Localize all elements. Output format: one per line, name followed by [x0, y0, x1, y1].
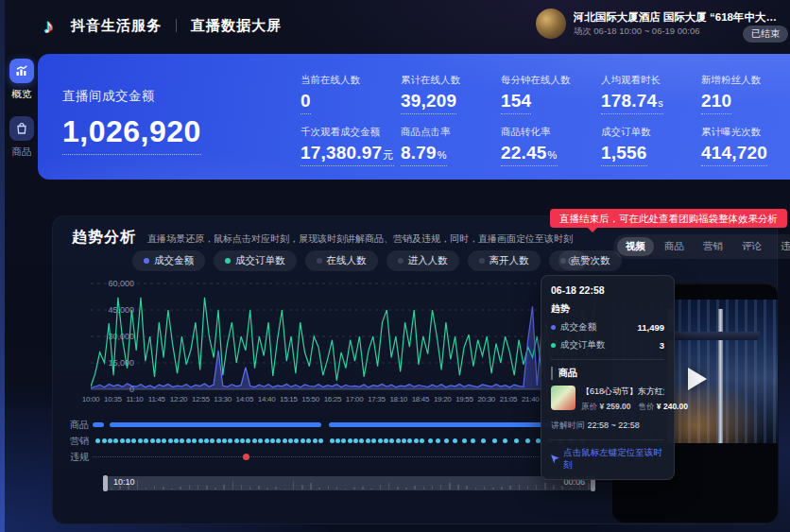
x-tick-label: 21:40: [522, 395, 540, 403]
tooltip-metric-value: 3: [660, 340, 664, 351]
hist-bar: [301, 485, 303, 490]
tab-评论[interactable]: 评论: [733, 237, 770, 256]
stat-cell: 新增粉丝人数210: [701, 74, 790, 126]
legend-dot: [398, 258, 404, 264]
event-dot: [210, 438, 215, 443]
hist-bar: [111, 489, 112, 489]
hist-bar: [405, 488, 407, 489]
hist-bar: [189, 485, 191, 489]
legend-pill-成交金额[interactable]: 成交金额: [132, 250, 205, 271]
x-tick-label: 21:05: [500, 395, 518, 403]
time-brush[interactable]: 10:10 00:06: [105, 476, 593, 490]
legend-pill-在线人数[interactable]: 在线人数: [305, 250, 378, 271]
event-dot: [228, 438, 232, 443]
event-dot: [407, 438, 412, 443]
legend-pill-成交订单数[interactable]: 成交订单数: [214, 250, 297, 271]
product-segment: [93, 422, 104, 427]
hist-bar: [466, 486, 468, 489]
orig-price: ¥ 259.00: [599, 402, 630, 411]
x-tick-label: 15:15: [280, 395, 298, 403]
stat-cell: 累计在线人数39,209: [401, 74, 501, 126]
stat-label: 商品点击率: [401, 126, 501, 139]
event-dot: [216, 438, 221, 443]
event-dot: [301, 438, 305, 443]
hist-bar: [571, 488, 573, 489]
x-tick-label: 20:30: [477, 395, 495, 403]
media-tabs: 视频商品营销评论违规: [613, 234, 790, 259]
tooltip-metric-label: 成交订单数: [560, 339, 606, 352]
x-tick-label: 18:45: [412, 395, 430, 403]
event-track-违规: [93, 449, 594, 465]
brush-handle-left[interactable]: [103, 475, 108, 491]
event-track-营销: [93, 433, 594, 449]
x-tick-label: 10:00: [82, 395, 100, 403]
brush-start-label: 10:10: [113, 477, 135, 487]
x-tick-label: 11:10: [127, 395, 144, 403]
hist-bar: [215, 488, 216, 489]
hist-bar: [519, 485, 521, 489]
brush-histogram: [111, 477, 588, 489]
tab-视频[interactable]: 视频: [617, 237, 654, 256]
event-dot: [234, 438, 239, 443]
x-tick-label: 10:35: [104, 395, 122, 403]
x-tick-label: 17:35: [368, 395, 386, 403]
hist-bar: [536, 485, 538, 490]
event-dot: [126, 438, 130, 443]
legend-label: 离开人数: [489, 254, 529, 267]
legend-pill-离开人数[interactable]: 离开人数: [468, 250, 541, 271]
x-tick-label: 17:00: [346, 395, 364, 403]
x-tick-label: 19:55: [455, 395, 473, 403]
stat-cell: 每分钟在线人数154: [501, 74, 601, 126]
event-dot: [240, 438, 245, 443]
hist-bar: [449, 483, 451, 489]
product-segment: [329, 422, 567, 427]
hist-bar: [588, 483, 590, 489]
stat-cell: 商品点击率8.79%: [401, 126, 501, 178]
sidebar-item-商品[interactable]: 商品: [9, 116, 34, 159]
hist-bar: [509, 486, 511, 489]
x-tick-label: 15:50: [301, 395, 319, 403]
tab-营销[interactable]: 营销: [695, 237, 731, 256]
event-track-商品: [93, 417, 594, 433]
play-button[interactable]: [688, 368, 707, 390]
stat-label: 成交订单数: [601, 126, 701, 139]
product-thumbnail: [551, 386, 575, 410]
event-row-label: 违规: [57, 449, 89, 465]
product-title: 【618心动节】东方红海鲜自助工…: [581, 386, 664, 398]
legend-dot: [144, 258, 149, 264]
sidebar-item-概览[interactable]: 概览: [9, 59, 34, 101]
hist-bar: [414, 486, 416, 489]
event-dot: [492, 438, 497, 443]
event-dot: [348, 438, 352, 443]
violation-baseline: [93, 456, 594, 457]
tooltip-product: 【618心动节】东方红海鲜自助工… 原价 ¥ 259.00 售价 ¥ 240.0…: [551, 386, 664, 413]
stat-label: 累计在线人数: [401, 74, 501, 87]
legend-pill-进入人数[interactable]: 进入人数: [386, 250, 459, 271]
event-dot: [471, 438, 475, 443]
event-dot: [420, 438, 424, 443]
hist-bar: [198, 485, 199, 490]
hist-bar: [501, 487, 503, 489]
primary-metric-value: 1,026,920: [62, 114, 201, 155]
event-dot: [276, 438, 281, 443]
record-icon[interactable]: ◎: [558, 250, 587, 270]
event-dot: [318, 438, 323, 443]
stat-value: 8.79%: [401, 143, 447, 166]
hist-bar: [180, 487, 181, 489]
hist-bar: [336, 487, 338, 489]
stat-label: 千次观看成交金额: [301, 126, 401, 139]
dashboard: ♪♪♪ 抖音生活服务 直播数据大屏 河北国际大厦酒店 国际大厦 “618年中大……: [0, 0, 790, 532]
hist-bar: [370, 489, 372, 489]
event-dot: [462, 438, 467, 443]
event-dot: [384, 438, 388, 443]
decor-pillar: [718, 309, 723, 443]
trend-chart[interactable]: [91, 279, 596, 390]
legend-label: 成交金额: [154, 254, 194, 267]
hist-bar: [397, 487, 399, 489]
event-dot: [288, 438, 293, 443]
primary-metric: 直播间成交金额 1,026,920: [62, 88, 201, 155]
panel-subtitle: 直播场景还原，鼠标点击对应时刻，展现该时刻讲解商品、营销及违规，同时，直播画面定…: [147, 232, 573, 246]
tab-商品[interactable]: 商品: [656, 237, 693, 256]
tab-违规[interactable]: 违规: [772, 237, 790, 256]
hist-bar: [345, 489, 347, 489]
